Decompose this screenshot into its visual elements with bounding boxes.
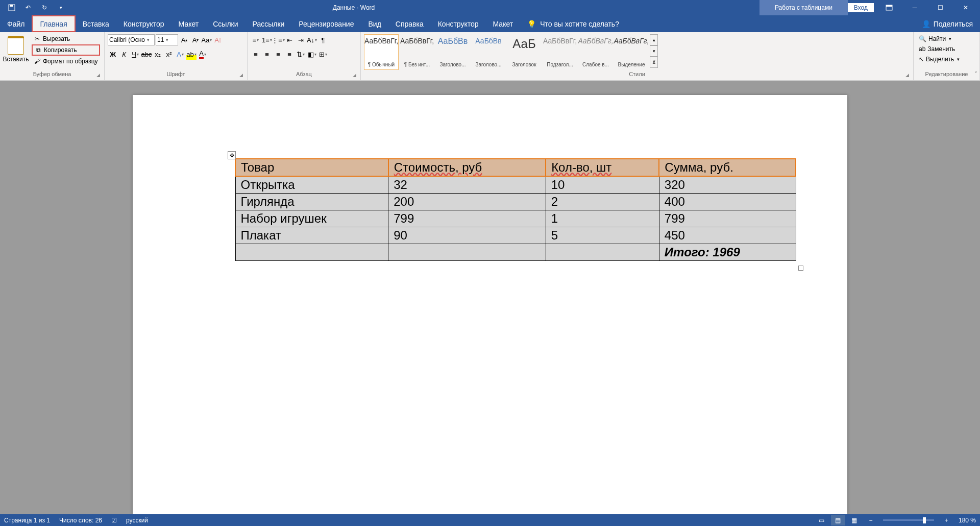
cut-button[interactable]: ✂Вырезать xyxy=(32,34,100,43)
sort-button[interactable]: A↓ xyxy=(307,34,317,45)
align-right-button[interactable]: ≡ xyxy=(273,49,283,60)
format-painter-button[interactable]: 🖌Формат по образцу xyxy=(32,57,100,66)
redo-icon[interactable]: ↻ xyxy=(40,3,49,12)
borders-button[interactable]: ⊞ xyxy=(318,49,328,60)
shrink-font-button[interactable]: A▾ xyxy=(190,34,201,45)
show-marks-button[interactable]: ¶ xyxy=(318,34,328,45)
web-layout-icon[interactable]: ▦ xyxy=(847,515,862,525)
gallery-more-icon[interactable]: ⊻ xyxy=(650,57,658,68)
highlight-button[interactable]: ab xyxy=(186,49,197,60)
font-launcher-icon[interactable]: ◢ xyxy=(239,73,243,78)
table-resize-handle-icon[interactable] xyxy=(798,266,803,271)
find-button[interactable]: 🔍Найти▾ xyxy=(917,34,962,43)
superscript-button[interactable]: x² xyxy=(164,49,174,60)
gallery-up-icon[interactable]: ▴ xyxy=(650,34,658,45)
tellme[interactable]: 💡 Что вы хотите сделать? xyxy=(520,15,626,32)
tab-mailings[interactable]: Рассылки xyxy=(246,15,292,32)
th-product[interactable]: Товар xyxy=(235,159,388,176)
tab-insert[interactable]: Вставка xyxy=(76,15,116,32)
copy-button[interactable]: ⧉Копировать xyxy=(32,44,100,56)
bullets-button[interactable]: ≡ xyxy=(251,34,261,45)
align-center-button[interactable]: ≡ xyxy=(262,49,272,60)
style-subtle-emphasis[interactable]: АаБбВвГг,Слабое в... xyxy=(578,34,613,70)
status-language[interactable]: русский xyxy=(126,517,148,524)
decrease-indent-button[interactable]: ⇤ xyxy=(284,34,295,45)
style-no-spacing[interactable]: АаБбВвГг,¶ Без инт... xyxy=(400,34,434,70)
share-button[interactable]: Поделиться xyxy=(934,20,973,28)
maximize-icon[interactable]: ☐ xyxy=(930,0,950,15)
tab-help[interactable]: Справка xyxy=(388,15,431,32)
status-page[interactable]: Страница 1 из 1 xyxy=(4,517,50,524)
tab-view[interactable]: Вид xyxy=(361,15,388,32)
tab-references[interactable]: Ссылки xyxy=(206,15,245,32)
align-left-button[interactable]: ≡ xyxy=(251,49,261,60)
read-mode-icon[interactable]: ▭ xyxy=(815,515,829,525)
grow-font-button[interactable]: A▴ xyxy=(179,34,189,45)
table-header-row: Товар Стоимость, руб Кол-во, шт Сумма, р… xyxy=(235,159,796,176)
text-effects-button[interactable]: A xyxy=(175,49,185,60)
table-move-handle-icon[interactable]: ✥ xyxy=(228,151,236,159)
select-button[interactable]: ↖Выделить▾ xyxy=(917,55,962,64)
tab-review[interactable]: Рецензирование xyxy=(291,15,361,32)
style-heading1[interactable]: АаБбВвЗаголово... xyxy=(435,34,470,70)
strikethrough-button[interactable]: abc xyxy=(141,49,152,60)
total-cell[interactable]: Итого: 1969 xyxy=(659,244,796,261)
multilevel-button[interactable]: ⋮≡ xyxy=(273,34,283,45)
font-name-combo[interactable]: Calibri (Осно▾ xyxy=(108,34,155,45)
paste-button[interactable]: Вставить xyxy=(3,34,29,63)
document-area[interactable]: ✥ Товар Стоимость, руб Кол-во, шт Сумма,… xyxy=(0,81,980,514)
tab-home[interactable]: Главная xyxy=(32,15,75,32)
tab-file[interactable]: Файл xyxy=(0,15,32,32)
line-spacing-button[interactable]: ⇅ xyxy=(296,49,306,60)
subscript-button[interactable]: x₂ xyxy=(153,49,163,60)
zoom-thumb[interactable] xyxy=(923,517,926,523)
print-layout-icon[interactable]: ▤ xyxy=(831,515,845,525)
zoom-in-icon[interactable]: + xyxy=(939,515,953,525)
zoom-out-icon[interactable]: − xyxy=(864,515,878,525)
zoom-slider[interactable] xyxy=(883,519,934,521)
numbering-button[interactable]: 1≡ xyxy=(262,34,272,45)
gallery-down-icon[interactable]: ▾ xyxy=(650,45,658,57)
increase-indent-button[interactable]: ⇥ xyxy=(296,34,306,45)
shading-button[interactable]: ◧ xyxy=(307,49,317,60)
undo-icon[interactable]: ↶ xyxy=(23,3,33,12)
styles-gallery: АаБбВвГг,¶ Обычный АаБбВвГг,¶ Без инт...… xyxy=(364,34,910,70)
proofing-icon[interactable]: ☑ xyxy=(111,517,117,524)
bold-button[interactable]: Ж xyxy=(108,49,118,60)
th-sum[interactable]: Сумма, руб. xyxy=(659,159,796,176)
status-words[interactable]: Число слов: 26 xyxy=(59,517,102,524)
signin-button[interactable]: Вход xyxy=(848,3,874,12)
th-cost[interactable]: Стоимость, руб xyxy=(388,159,546,176)
style-title[interactable]: АаБЗаголовок xyxy=(507,34,542,70)
save-icon[interactable] xyxy=(7,3,16,12)
italic-button[interactable]: К xyxy=(119,49,129,60)
zoom-level[interactable]: 180 % xyxy=(959,517,976,524)
paragraph-launcher-icon[interactable]: ◢ xyxy=(353,73,356,78)
tab-layout[interactable]: Макет xyxy=(172,15,206,32)
minimize-icon[interactable]: ─ xyxy=(904,0,925,15)
tab-table-design[interactable]: Конструктор xyxy=(431,15,486,32)
qat-dropdown-icon[interactable]: ▾ xyxy=(56,3,65,12)
quick-access-toolbar: ↶ ↻ ▾ xyxy=(0,3,65,12)
collapse-ribbon-icon[interactable]: ˇ xyxy=(975,71,977,78)
underline-button[interactable]: Ч xyxy=(130,49,140,60)
style-emphasis[interactable]: АаБбВвГг,Выделение xyxy=(614,34,649,70)
ribbon-display-icon[interactable] xyxy=(879,0,899,15)
font-size-combo[interactable]: 11▾ xyxy=(156,34,178,45)
styles-launcher-icon[interactable]: ◢ xyxy=(905,73,909,78)
th-qty[interactable]: Кол-во, шт xyxy=(546,159,659,176)
style-subtitle[interactable]: АаБбВвГг,Подзагол... xyxy=(543,34,577,70)
style-heading2[interactable]: АаБбВвЗаголово... xyxy=(471,34,506,70)
table-row: Открытка3210320 xyxy=(235,176,796,194)
tab-design[interactable]: Конструктор xyxy=(116,15,172,32)
justify-button[interactable]: ≡ xyxy=(284,49,295,60)
font-color-button[interactable]: A xyxy=(198,49,208,60)
clipboard-launcher-icon[interactable]: ◢ xyxy=(96,73,100,78)
style-normal[interactable]: АаБбВвГг,¶ Обычный xyxy=(364,34,399,70)
change-case-button[interactable]: Aa xyxy=(202,34,212,45)
close-icon[interactable]: ✕ xyxy=(955,0,976,15)
replace-button[interactable]: abЗаменить xyxy=(917,44,962,54)
document-table[interactable]: Товар Стоимость, руб Кол-во, шт Сумма, р… xyxy=(235,158,796,261)
clear-formatting-button[interactable]: A⃠ xyxy=(213,34,223,45)
tab-table-layout[interactable]: Макет xyxy=(486,15,521,32)
